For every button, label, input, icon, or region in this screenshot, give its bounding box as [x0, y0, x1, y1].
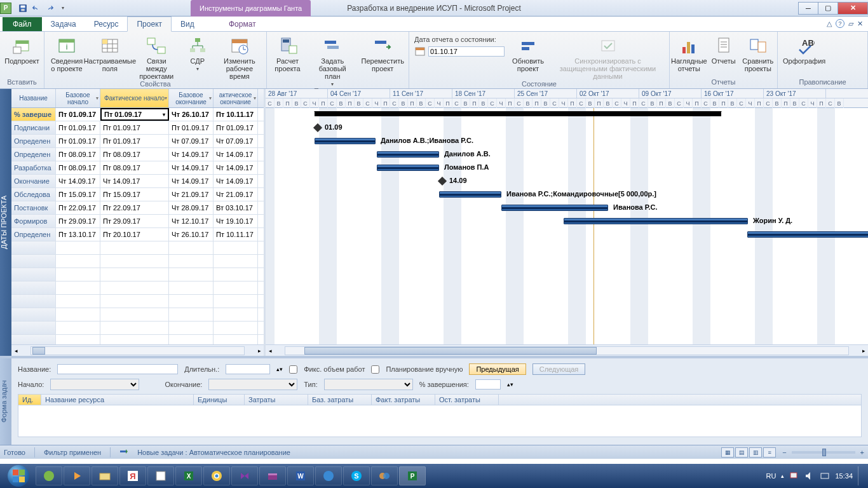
table-row[interactable]: ПодписаниПт 01.09.17Пт 01.09.17Пт 01.09.… [11, 121, 264, 135]
tab-task[interactable]: Задача [42, 17, 85, 31]
table-row[interactable]: ОбследоваПт 15.09.17Пт 15.09.17Чт 21.09.… [11, 188, 264, 201]
help-icon[interactable]: ? [836, 19, 844, 28]
form-pct-input[interactable] [475, 379, 501, 390]
dropdown-icon[interactable]: ▾ [254, 95, 256, 101]
taskbar-app-2[interactable] [64, 466, 90, 485]
form-name-input[interactable] [57, 364, 178, 374]
fcol-id[interactable]: Ид. [18, 395, 41, 405]
table-row[interactable]: ПостановкПт 22.09.17Пт 22.09.17Чт 28.09.… [11, 201, 264, 215]
compare-button[interactable]: Сравнить проекты [744, 36, 772, 72]
baseline-button[interactable]: Задать базовый план▾ [311, 36, 354, 87]
table-row-empty[interactable] [11, 295, 264, 308]
taskbar-excel[interactable]: X [175, 466, 202, 485]
start-button[interactable] [3, 465, 34, 487]
fcol-basecost[interactable]: Баз. затраты [308, 395, 372, 405]
minimize-ribbon-icon[interactable]: △ [827, 20, 832, 28]
col-name[interactable]: Название [11, 89, 56, 107]
dropdown-icon[interactable]: ▾ [209, 95, 212, 101]
form-table-body[interactable] [18, 405, 862, 437]
view-resource-button[interactable]: ≡ [763, 447, 776, 458]
window-restore-icon[interactable]: ▱ [848, 20, 853, 28]
form-duration-input[interactable] [226, 364, 270, 374]
col-fs[interactable]: Фактическое начало▾ [100, 89, 169, 107]
custom-fields-button[interactable]: Настраиваемые поля [92, 36, 128, 72]
taskbar-winrar[interactable] [259, 466, 286, 485]
redo-button[interactable] [43, 2, 56, 15]
table-row[interactable]: % завершеПт 01.09.17Пт 01.09.17▾Чт 26.10… [11, 108, 264, 121]
move-button[interactable]: Переместить проект [362, 36, 403, 72]
zoom-slider[interactable] [792, 451, 855, 454]
visual-reports-button[interactable]: Наглядные отчеты [675, 36, 703, 72]
col-bf[interactable]: Базовое окончание▾ [169, 89, 214, 107]
table-row-empty[interactable] [11, 322, 264, 335]
worktime-button[interactable]: Изменить рабочее время [218, 36, 261, 80]
form-finish-select[interactable] [208, 379, 297, 390]
taskbar-app-5[interactable] [147, 466, 174, 485]
gantt-body[interactable]: 01.09Данилов А.В.;Иванова Р.С.Данилов А.… [266, 108, 868, 344]
show-desktop-button[interactable] [858, 466, 863, 485]
prev-button[interactable]: Предыдущая [469, 363, 526, 375]
tab-resource[interactable]: Ресурс [85, 17, 128, 31]
status-date-input[interactable] [428, 46, 505, 57]
table-row-empty[interactable] [11, 308, 264, 322]
project-info-button[interactable]: iСведения о проекте [50, 36, 84, 72]
links-button[interactable]: Связи между проектами [136, 36, 177, 80]
grid-hscroll[interactable]: ◂ ▸ [11, 344, 264, 356]
tray-volume-icon[interactable] [804, 471, 815, 481]
view-team-button[interactable]: ▥ [749, 447, 762, 458]
tab-file[interactable]: Файл [3, 17, 42, 31]
fcol-remcost[interactable]: Ост. затраты [435, 395, 499, 405]
taskbar-skype[interactable]: S [343, 466, 370, 485]
table-row[interactable]: ОпределенПт 08.09.17Пт 08.09.17Чт 14.09.… [11, 148, 264, 161]
table-row-empty[interactable] [11, 255, 264, 268]
tab-project[interactable]: Проект [127, 17, 172, 32]
manual-checkbox[interactable] [371, 365, 379, 374]
taskbar-app-8[interactable] [231, 466, 258, 485]
table-row-empty[interactable] [11, 335, 264, 344]
update-button[interactable]: Обновить проект [512, 36, 544, 72]
table-row-empty[interactable] [11, 241, 264, 255]
form-start-select[interactable] [50, 379, 139, 390]
taskbar-app-13[interactable] [371, 466, 398, 485]
taskbar-yandex[interactable]: Я [119, 466, 146, 485]
fixed-checkbox[interactable] [289, 365, 297, 374]
fcol-cost[interactable]: Затраты [245, 395, 308, 405]
reports-button[interactable]: Отчеты [711, 36, 736, 65]
dropdown-icon[interactable]: ▾ [165, 95, 167, 101]
tray-flag-icon[interactable] [789, 471, 799, 481]
save-button[interactable] [17, 2, 29, 15]
taskbar-app-11[interactable] [315, 466, 342, 485]
undo-button[interactable] [30, 2, 43, 15]
tray-network-icon[interactable] [820, 471, 830, 481]
col-bs[interactable]: Базовое начало▾ [56, 89, 100, 107]
taskbar-word[interactable]: W [287, 466, 314, 485]
gantt-hscroll[interactable]: ◂ ▸ [266, 344, 868, 356]
taskbar-app-1[interactable] [36, 466, 62, 485]
grid-body[interactable]: % завершеПт 01.09.17Пт 01.09.17▾Чт 26.10… [11, 108, 264, 344]
maximize-button[interactable]: ▢ [818, 2, 838, 15]
table-row[interactable]: ОпределенПт 01.09.17Пт 01.09.17Чт 07.09.… [11, 135, 264, 148]
view-usage-button[interactable]: ▤ [735, 447, 748, 458]
calc-button[interactable]: Расчет проекта [272, 36, 303, 72]
wbs-button[interactable]: СДР▾ [185, 36, 210, 72]
fcol-units[interactable]: Единицы [194, 395, 245, 405]
tray-show-hidden[interactable]: ▴ [781, 473, 784, 479]
close-button[interactable]: ✕ [837, 2, 868, 15]
view-gantt-button[interactable]: ▦ [721, 447, 734, 458]
form-type-select[interactable] [324, 379, 413, 390]
qat-customize[interactable]: ▾ [57, 2, 69, 15]
window-close-icon[interactable]: ✕ [857, 20, 863, 28]
table-row-empty[interactable] [11, 268, 264, 281]
col-ff[interactable]: актическое окончание▾ [214, 89, 258, 107]
table-row[interactable]: ФормировПт 29.09.17Пт 29.09.17Чт 12.10.1… [11, 215, 264, 228]
taskbar-project[interactable]: P [399, 466, 426, 485]
table-row[interactable]: ОкончаниеЧт 14.09.17Чт 14.09.17Чт 14.09.… [11, 175, 264, 188]
fcol-actcost[interactable]: Факт. затраты [372, 395, 435, 405]
minimize-button[interactable]: ─ [798, 2, 818, 15]
fcol-resname[interactable]: Название ресурса [41, 395, 194, 405]
dropdown-icon[interactable]: ▾ [96, 95, 98, 101]
subproject-button[interactable]: Подпроект [5, 36, 39, 65]
table-row[interactable]: ОпределенПт 13.10.17Пт 20.10.17Чт 26.10.… [11, 228, 264, 241]
taskbar-explorer[interactable] [92, 466, 118, 485]
table-row-empty[interactable] [11, 281, 264, 295]
